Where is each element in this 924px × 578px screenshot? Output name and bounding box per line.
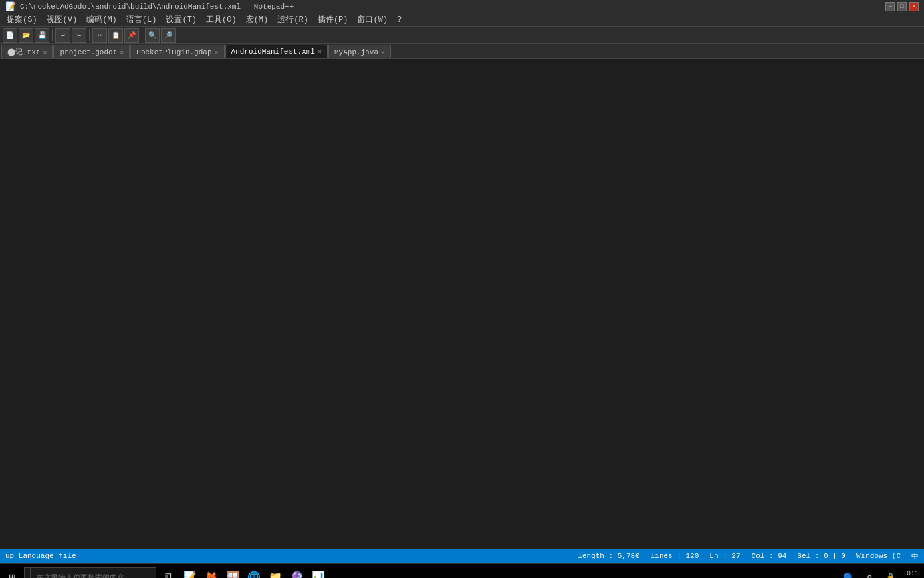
task-view-button[interactable]: ⧉ xyxy=(159,568,178,579)
status-ln: Ln : 27 xyxy=(709,552,740,560)
status-right: length : 5,780 lines : 120 Ln : 27 Col :… xyxy=(578,551,919,561)
cut-button[interactable]: ✂ xyxy=(92,28,107,43)
menu-item-m[interactable]: 宏(M) xyxy=(242,13,273,26)
system-tray-icon3[interactable]: 🔒 xyxy=(881,568,900,579)
tab-label: MyApp.java xyxy=(334,48,378,56)
tab-close-icon[interactable]: ✕ xyxy=(43,48,47,56)
copy-button[interactable]: 📋 xyxy=(108,28,123,43)
status-windows: Windows (C xyxy=(856,552,901,560)
windows-store-icon[interactable]: 🪟 xyxy=(223,568,242,579)
menu-item-m[interactable]: 编码(M) xyxy=(82,13,121,26)
tab-label: project.godot xyxy=(60,48,117,56)
new-file-button[interactable]: 📄 xyxy=(3,28,17,43)
menu-item-v[interactable]: 视图(V) xyxy=(43,13,82,26)
menu-item-w[interactable]: 窗口(W) xyxy=(353,13,392,26)
tab-close-icon[interactable]: ✕ xyxy=(120,48,124,56)
taskbar: ⊞ ⧉ 📝 🦊 🪟 🌐 📁 🔮 📊 🔵 ⚙ 🔒 0:1 0:51 xyxy=(0,563,924,578)
tab-project-godot[interactable]: project.godot ✕ xyxy=(53,45,130,58)
app5-icon[interactable]: 🔮 xyxy=(287,568,306,579)
title-bar-controls: － □ ✕ xyxy=(885,2,919,11)
menu-item-l[interactable]: 语言(L) xyxy=(122,13,161,26)
minimize-button[interactable]: － xyxy=(885,2,895,11)
tab-label: AndroidManifest.xml xyxy=(231,47,315,56)
app6-icon[interactable]: 📊 xyxy=(309,568,328,579)
tabs-bar: ⬤记.txt ✕ project.godot ✕ PocketPlugin.gd… xyxy=(0,44,924,59)
menu-item-r[interactable]: 运行(R) xyxy=(273,13,312,26)
edge-icon[interactable]: 🌐 xyxy=(245,568,263,579)
search-button[interactable]: 🔍 xyxy=(145,28,160,43)
clock-time1: 0:1 xyxy=(903,570,919,577)
taskbar-left: ⊞ ⧉ 📝 🦊 🪟 🌐 📁 🔮 📊 xyxy=(3,567,328,579)
open-file-button[interactable]: 📂 xyxy=(19,28,33,43)
app-icon: 📝 xyxy=(5,1,16,12)
menu-item-t[interactable]: 设置(T) xyxy=(162,13,201,26)
redo-button[interactable]: ↪ xyxy=(72,28,86,43)
status-length: length : 5,780 xyxy=(578,552,639,560)
firefox-icon[interactable]: 🦊 xyxy=(202,568,221,579)
line-numbers xyxy=(0,59,23,549)
menu-item-s[interactable]: 提案(S) xyxy=(3,13,41,26)
notepadpp-taskbar-icon[interactable]: 📝 xyxy=(181,568,199,579)
status-sel: Sel : 0 | 0 xyxy=(797,552,846,560)
menu-bar: 提案(S)视图(V)编码(M)语言(L)设置(T)工具(O)宏(M)运行(R)插… xyxy=(0,13,924,27)
tab-label: ⬤记.txt xyxy=(7,47,40,57)
tab-stickynote[interactable]: ⬤记.txt ✕ xyxy=(1,45,53,58)
title-bar: 📝 C:\rocketAdGodot\android\build\Android… xyxy=(0,0,924,13)
explorer-icon[interactable]: 📁 xyxy=(266,568,285,579)
tab-close-icon[interactable]: ✕ xyxy=(215,48,219,56)
toolbar: 📄 📂 💾 ↩ ↪ ✂ 📋 📌 🔍 🔎 xyxy=(0,27,924,44)
maximize-button[interactable]: □ xyxy=(897,2,907,11)
taskbar-search-input[interactable] xyxy=(30,567,150,579)
tab-androidmanifest[interactable]: AndroidManifest.xml ✕ xyxy=(225,45,328,58)
status-col: Col : 94 xyxy=(752,552,787,560)
toolbar-separator-1 xyxy=(52,29,53,41)
zoom-in-button[interactable]: 🔎 xyxy=(161,28,176,43)
tab-myapp-java[interactable]: MyApp.java ✕ xyxy=(328,45,391,58)
status-lines: lines : 120 xyxy=(651,552,699,560)
system-tray-icon1[interactable]: 🔵 xyxy=(838,568,857,579)
status-language: up Language file xyxy=(5,552,76,560)
menu-item-p[interactable]: 插件(P) xyxy=(314,13,352,26)
status-bar: up Language file length : 5,780 lines : … xyxy=(0,549,924,563)
close-button[interactable]: ✕ xyxy=(909,2,919,11)
system-tray-icon2[interactable]: ⚙ xyxy=(860,568,879,579)
clock[interactable]: 0:1 0:51 xyxy=(903,570,921,579)
menu-item-[interactable]: ? xyxy=(393,15,406,25)
taskbar-right: 🔵 ⚙ 🔒 0:1 0:51 xyxy=(838,568,921,579)
code-editor[interactable] xyxy=(23,59,924,549)
undo-button[interactable]: ↩ xyxy=(55,28,70,43)
tab-pocketplugin[interactable]: PocketPlugin.gdap ✕ xyxy=(130,45,224,58)
status-left: up Language file xyxy=(5,552,76,560)
editor-area xyxy=(0,59,924,549)
title-text: C:\rocketAdGodot\android\build\AndroidMa… xyxy=(20,3,294,11)
search-taskbar-btn[interactable] xyxy=(24,567,156,579)
toolbar-separator-2 xyxy=(89,29,90,41)
tab-close-icon[interactable]: ✕ xyxy=(318,47,322,56)
title-bar-left: 📝 C:\rocketAdGodot\android\build\Android… xyxy=(5,1,294,12)
save-button[interactable]: 💾 xyxy=(35,28,49,43)
status-encoding: 中 xyxy=(911,551,919,561)
start-button[interactable]: ⊞ xyxy=(3,568,21,579)
toolbar-separator-3 xyxy=(142,29,142,41)
tab-close-icon[interactable]: ✕ xyxy=(381,48,385,56)
tab-label: PocketPlugin.gdap xyxy=(136,48,211,56)
paste-button[interactable]: 📌 xyxy=(124,28,139,43)
menu-item-o[interactable]: 工具(O) xyxy=(202,13,241,26)
